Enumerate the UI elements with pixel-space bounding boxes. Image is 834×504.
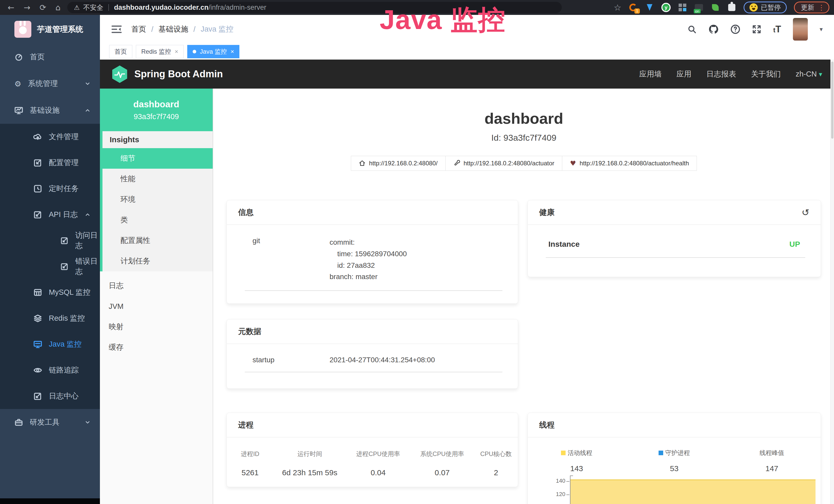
close-icon[interactable]: × (231, 48, 234, 55)
history-icon[interactable]: ↺ (802, 207, 809, 218)
sba-item-mappings[interactable]: 映射 (100, 317, 213, 337)
extension-pin-icon[interactable] (645, 3, 654, 12)
chevron-up-icon (85, 212, 90, 217)
sba-nav-journal[interactable]: 日志报表 (706, 69, 736, 79)
extension-c-icon[interactable]: 1 (629, 3, 638, 12)
extension-puzzle-icon[interactable] (727, 3, 737, 12)
sidebar-item-mysql[interactable]: MySQL 监控 (0, 279, 100, 305)
sba-item-details[interactable]: 细节 (103, 148, 213, 169)
instance-health-url-button[interactable]: ♥ http://192.168.0.2:48080/actuator/heal… (562, 156, 697, 171)
sidebar-item-devtools[interactable]: 研发工具 (0, 409, 100, 436)
sba-app-name: dashboard (133, 99, 179, 109)
sba-group-label: Insights (103, 131, 213, 148)
sidebar-item-log-center[interactable]: 日志中心 (0, 383, 100, 409)
back-icon[interactable]: ← (8, 3, 14, 12)
profile-avatar-emoji (749, 3, 758, 12)
tag-redis-monitor[interactable]: Redis 监控 × (136, 45, 184, 58)
search-icon[interactable] (687, 25, 697, 34)
process-card-title: 进程 (227, 413, 518, 437)
process-table: 进程ID 运行时间 进程CPU使用率 系统CPU使用率 CPU核心数 5261 … (227, 437, 518, 477)
metadata-key: startup (253, 356, 330, 364)
eye-icon (34, 366, 42, 374)
sidebar-item-tracing[interactable]: 链路追踪 (0, 357, 100, 383)
sba-nav-wallboard[interactable]: 应用墙 (639, 69, 662, 79)
close-icon[interactable]: × (175, 48, 178, 55)
sba-item-environment[interactable]: 环境 (103, 189, 213, 210)
browser-menu-icon[interactable]: ⋮ (818, 3, 825, 12)
breadcrumb-home[interactable]: 首页 (131, 24, 146, 35)
sba-nav-applications[interactable]: 应用 (677, 69, 692, 79)
chevron-down-icon (85, 81, 90, 86)
sba-item-scheduled-tasks[interactable]: 计划任务 (103, 251, 213, 271)
sidebar-item-config[interactable]: 配置管理 (0, 150, 100, 176)
y-tick (566, 481, 569, 482)
sidebar-item-system[interactable]: ⚙ 系统管理 (0, 70, 100, 97)
sidebar-item-infra[interactable]: 基础设施 (0, 97, 100, 124)
forward-icon[interactable]: → (24, 3, 30, 12)
sba-insights-group: Insights 细节 性能 环境 类 配置属性 计划任务 (100, 131, 213, 271)
clock-history-icon (34, 184, 42, 193)
tags-view: 首页 Redis 监控 × Java 监控 × (100, 44, 834, 60)
tag-home[interactable]: 首页 (109, 45, 132, 58)
user-menu-caret-icon[interactable]: ▾ (820, 26, 823, 33)
sidebar-item-redis[interactable]: Redis 监控 (0, 305, 100, 331)
user-avatar[interactable] (793, 18, 808, 41)
sba-locale-select[interactable]: zh-CN ▾ (796, 70, 822, 78)
browser-update-button[interactable]: 更新 ⋮ (794, 2, 829, 13)
app-logo-row: 芋道管理系统 (0, 15, 100, 44)
home-icon (359, 160, 366, 167)
reload-icon[interactable]: ⟳ (40, 3, 46, 12)
font-size-icon[interactable]: tT (773, 24, 781, 35)
sba-app-header[interactable]: dashboard 93a3fc7f7409 (100, 89, 213, 131)
health-card-title: 健康 (539, 207, 554, 218)
heartbeat-icon: ♥ (570, 159, 576, 167)
scrollbar[interactable] (830, 60, 834, 504)
scrollbar-thumb[interactable] (831, 62, 833, 139)
sidebar-item-error-log[interactable]: 错误日志 (0, 253, 100, 279)
sidebar-submenu-infra: 文件管理 配置管理 定时任务 API 日志 访问日志 错误日志 MySQL 监控 (0, 124, 100, 409)
health-card: 健康 ↺ Instance UP (528, 200, 821, 277)
sba-nav-about[interactable]: 关于我们 (751, 69, 781, 79)
sba-item-config-props[interactable]: 配置属性 (103, 230, 213, 251)
fullscreen-icon[interactable] (752, 25, 761, 34)
tag-java-monitor[interactable]: Java 监控 × (187, 45, 239, 58)
github-icon[interactable] (708, 24, 719, 35)
home-icon[interactable]: ⌂ (56, 3, 61, 12)
sba-item-logging[interactable]: 日志 (100, 275, 213, 296)
extension-leaf-icon[interactable] (711, 3, 720, 12)
sba-item-classes[interactable]: 类 (103, 210, 213, 230)
sidebar-item-api-log[interactable]: API 日志 (0, 202, 100, 228)
help-icon[interactable] (730, 24, 740, 34)
sidebar-item-access-log[interactable]: 访问日志 (0, 228, 100, 253)
instance-home-url-button[interactable]: http://192.168.0.2:48080/ (351, 156, 446, 171)
sidebar-item-jobs[interactable]: 定时任务 (0, 176, 100, 202)
bookmark-star-icon[interactable]: ☆ (614, 3, 621, 13)
legend-swatch-yellow (561, 451, 566, 455)
threads-peak-value: 147 (723, 464, 821, 473)
hamburger-collapse-icon[interactable] (111, 25, 122, 34)
sidebar-item-files[interactable]: 文件管理 (0, 124, 100, 150)
process-uptime: 6d 23h 15m 59s (273, 468, 346, 477)
sba-item-jvm[interactable]: JVM (100, 296, 213, 317)
sidebar-item-home[interactable]: 首页 (0, 44, 100, 70)
dashboard-icon (14, 53, 23, 61)
col-header: 进程ID (227, 450, 273, 458)
browser-extensions-area: ☆ 1 y on 已暂停 更新 ⋮ (614, 2, 834, 13)
extension-grid-icon[interactable] (678, 3, 687, 12)
extension-y-icon[interactable]: y (661, 3, 671, 12)
wrench-icon (453, 160, 460, 167)
breadcrumb-infra[interactable]: 基础设施 (158, 24, 188, 35)
sba-item-caches[interactable]: 缓存 (100, 337, 213, 358)
table-icon (34, 288, 42, 297)
extension-on-icon[interactable]: on (694, 3, 704, 12)
annotation-text: Java 监控 (380, 2, 506, 38)
sidebar-item-java-monitor[interactable]: Java 监控 (0, 331, 100, 357)
browser-nav: ← → ⟳ ⌂ (0, 3, 67, 12)
threads-daemon-value: 53 (626, 464, 723, 473)
threads-card-title: 线程 (528, 413, 821, 437)
col-header: 运行时间 (273, 450, 346, 458)
sba-item-metrics[interactable]: 性能 (103, 169, 213, 189)
system-cpu: 0.07 (410, 468, 474, 477)
profile-paused-pill[interactable]: 已暂停 (744, 2, 787, 13)
instance-actuator-url-button[interactable]: http://192.168.0.2:48080/actuator (445, 156, 563, 171)
